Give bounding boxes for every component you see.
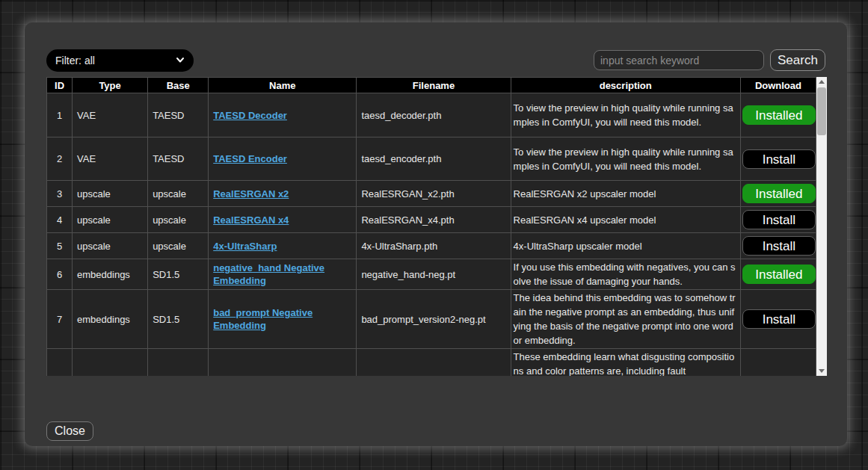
cell-id: 1 xyxy=(47,93,73,137)
model-name-link[interactable]: 4x-UltraSharp xyxy=(213,241,277,252)
cell-download: Install xyxy=(740,137,816,181)
cell-base: upscale xyxy=(148,233,209,259)
cell-filename: negative_hand-neg.pt xyxy=(357,259,511,290)
cell-description: If you use this embedding with negatives… xyxy=(511,259,740,290)
cell-base: upscale xyxy=(148,181,209,207)
table-row: 4upscaleupscaleRealESRGAN x4RealESRGAN_x… xyxy=(47,207,816,233)
cell-download: Installed xyxy=(740,259,816,290)
cell-description: RealESRGAN x2 upscaler model xyxy=(511,181,740,207)
filter-selected-value: Filter: all xyxy=(55,55,176,67)
cell-download: Install xyxy=(740,233,816,259)
table-row: 1VAETAESDTAESD Decodertaesd_decoder.pthT… xyxy=(47,93,816,137)
cell-type: upscale xyxy=(73,233,148,259)
installed-button[interactable]: Installed xyxy=(742,184,816,203)
cell-base: SD1.5 xyxy=(148,259,209,290)
cell-base: SD1.5 xyxy=(148,290,209,349)
cell-name: 4x-UltraSharp xyxy=(209,233,357,259)
table-row: 3upscaleupscaleRealESRGAN x2RealESRGAN_x… xyxy=(47,181,816,207)
installed-button[interactable]: Installed xyxy=(742,105,816,125)
cell-base: TAESD xyxy=(148,137,209,181)
cell-filename: taesd_decoder.pth xyxy=(357,93,511,137)
cell-type: upscale xyxy=(73,181,148,207)
cell-filename: bad_prompt_version2-neg.pt xyxy=(357,290,511,349)
cell-name: bad_prompt Negative Embedding xyxy=(209,290,357,349)
cell-type: VAE xyxy=(73,137,148,181)
scrollbar-up-arrow-icon[interactable] xyxy=(816,77,827,87)
install-models-dialog: Filter: all Search IDTypeBaseNameFilenam… xyxy=(25,22,847,446)
scrollbar-thumb[interactable] xyxy=(817,87,826,135)
cell-base: TAESD xyxy=(148,93,209,137)
model-name-link[interactable]: RealESRGAN x2 xyxy=(213,188,289,200)
cell-name: RealESRGAN x2 xyxy=(209,181,357,207)
install-button[interactable]: Install xyxy=(742,210,816,229)
cell-description: To view the preview in high quality whil… xyxy=(511,93,740,137)
column-header-base: Base xyxy=(148,78,209,93)
cell-id: 3 xyxy=(47,181,73,207)
table-scrollbar[interactable] xyxy=(816,77,827,376)
cell-id: 5 xyxy=(47,233,73,259)
cell-description: These embedding learn what disgusting co… xyxy=(511,349,740,377)
cell-name: TAESD Encoder xyxy=(209,137,357,181)
cell-id: 7 xyxy=(47,290,73,349)
model-name-link[interactable]: bad_prompt Negative Embedding xyxy=(213,307,313,331)
cell-type xyxy=(73,349,148,377)
model-name-link[interactable]: TAESD Decoder xyxy=(213,110,287,121)
cell-id: 6 xyxy=(47,259,73,290)
table-body: 1VAETAESDTAESD Decodertaesd_decoder.pthT… xyxy=(47,93,816,377)
model-name-link[interactable]: RealESRGAN x4 xyxy=(213,214,289,226)
cell-name: TAESD Decoder xyxy=(209,93,357,137)
cell-filename xyxy=(357,349,511,377)
cell-description: The idea behind this embedding was to so… xyxy=(511,290,740,349)
column-header-filename: Filename xyxy=(357,78,511,93)
cell-filename: taesd_encoder.pth xyxy=(357,137,511,181)
comfyui-canvas-background: Filter: all Search IDTypeBaseNameFilenam… xyxy=(0,0,868,470)
table-header-row: IDTypeBaseNameFilenamedescriptionDownloa… xyxy=(47,78,816,93)
cell-name: negative_hand Negative Embedding xyxy=(209,259,357,290)
column-header-download: Download xyxy=(740,78,816,93)
cell-name: RealESRGAN x4 xyxy=(209,207,357,233)
installed-button[interactable]: Installed xyxy=(742,265,816,284)
cell-name xyxy=(209,349,357,377)
filter-select[interactable]: Filter: all xyxy=(46,49,194,72)
cell-id xyxy=(47,349,73,377)
close-button[interactable]: Close xyxy=(46,421,93,441)
cell-download: Install xyxy=(740,290,816,349)
cell-description: RealESRGAN x4 upscaler model xyxy=(511,207,740,233)
column-header-name: Name xyxy=(209,78,357,93)
column-header-description: description xyxy=(511,78,740,93)
cell-download: Install xyxy=(740,207,816,233)
cell-download: Installed xyxy=(740,181,816,207)
cell-type: embeddings xyxy=(73,290,148,349)
cell-description: To view the preview in high quality whil… xyxy=(511,137,740,181)
cell-type: VAE xyxy=(73,93,148,137)
install-button[interactable]: Install xyxy=(742,309,816,329)
cell-id: 2 xyxy=(47,137,73,181)
scrollbar-down-arrow-icon[interactable] xyxy=(816,366,827,376)
table-row: 7embeddingsSD1.5bad_prompt Negative Embe… xyxy=(47,290,816,349)
table-row: These embedding learn what disgusting co… xyxy=(47,349,816,377)
models-table: IDTypeBaseNameFilenamedescriptionDownloa… xyxy=(46,77,816,376)
cell-id: 4 xyxy=(47,207,73,233)
search-button[interactable]: Search xyxy=(770,49,825,71)
cell-filename: 4x-UltraSharp.pth xyxy=(357,233,511,259)
install-button[interactable]: Install xyxy=(742,149,816,169)
model-name-link[interactable]: negative_hand Negative Embedding xyxy=(213,262,324,286)
cell-type: upscale xyxy=(73,207,148,233)
cell-download: Installed xyxy=(740,93,816,137)
cell-download xyxy=(740,349,816,377)
cell-base: upscale xyxy=(148,207,209,233)
column-header-id: ID xyxy=(47,78,73,93)
column-header-type: Type xyxy=(73,78,148,93)
cell-description: 4x-UltraSharp upscaler model xyxy=(511,233,740,259)
cell-filename: RealESRGAN_x4.pth xyxy=(357,207,511,233)
models-table-container: IDTypeBaseNameFilenamedescriptionDownloa… xyxy=(46,77,827,376)
cell-filename: RealESRGAN_x2.pth xyxy=(357,181,511,207)
model-name-link[interactable]: TAESD Encoder xyxy=(213,153,287,164)
table-row: 2VAETAESDTAESD Encodertaesd_encoder.pthT… xyxy=(47,137,816,181)
cell-base xyxy=(148,349,209,377)
cell-type: embeddings xyxy=(73,259,148,290)
search-input[interactable] xyxy=(594,50,764,70)
install-button[interactable]: Install xyxy=(742,236,816,256)
chevron-down-icon xyxy=(176,55,185,67)
table-row: 6embeddingsSD1.5negative_hand Negative E… xyxy=(47,259,816,290)
